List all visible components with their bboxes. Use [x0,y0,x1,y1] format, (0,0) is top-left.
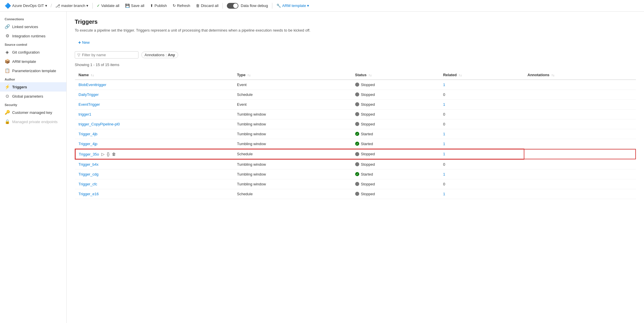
trigger-name-link[interactable]: Trigger_e16 [79,192,99,196]
master-branch-btn[interactable]: ⎇ master branch ▾ [53,2,91,9]
table-row[interactable]: BlobEventtriggerEventStopped1 [75,80,636,90]
sidebar-item-parameterization-template[interactable]: 📋 Parameterization template [0,66,66,75]
arm-template-btn[interactable]: 🔧 ARM template ▾ [274,2,311,9]
azure-icon: 🔷 [5,3,11,9]
status-text: Started [361,132,373,136]
sidebar-item-integration-runtimes[interactable]: ⚙ Integration runtimes [0,31,66,41]
trigger-name-link[interactable]: trigger1 [79,112,91,116]
trigger-related-cell: 0 [439,90,524,99]
trigger-name-link[interactable]: Trigger_35o [79,152,99,156]
status-text: Stopped [361,83,375,87]
trigger-status-cell: ✓Started [352,139,440,149]
table-row[interactable]: DailyTriggerScheduleStopped0 [75,90,636,99]
table-row[interactable]: trigger_CopyPipeline-pl0Tumbling windowS… [75,119,636,129]
branch-chevron-icon: ▾ [86,3,88,8]
related-link[interactable]: 1 [443,152,445,156]
col-type-label: Type [237,73,245,77]
status-started-icon: ✓ [355,132,359,136]
managed-private-endpoints-label: Managed private endpoints [12,120,58,124]
save-all-btn[interactable]: 💾 Save all [123,2,147,9]
trigger-related-cell: 1 [439,80,524,90]
refresh-btn[interactable]: ↻ Refresh [170,2,193,9]
topbar-divider-2 [92,3,93,9]
validate-all-btn[interactable]: ✓ Validate all [94,2,122,9]
trigger-name-link[interactable]: trigger_CopyPipeline-pl0 [79,122,120,126]
col-status[interactable]: Status ↑↓ [352,70,440,80]
related-link[interactable]: 1 [443,132,445,136]
sidebar-item-linked-services[interactable]: 🔗 Linked services [0,22,66,31]
status-stopped-icon [355,122,359,126]
table-row[interactable]: Trigger_cfcTumbling windowStopped0 [75,179,636,189]
trigger-name-cell: Trigger_b4x [75,159,233,169]
save-icon: 💾 [125,3,130,8]
data-flow-debug-toggle[interactable] [227,3,238,9]
table-row[interactable]: Trigger_b4xTumbling windowStopped0 [75,159,636,169]
status-sort-icon: ↑↓ [368,73,372,77]
sidebar-item-global-parameters[interactable]: ⊙ Global parameters [0,92,66,101]
trigger-name-link[interactable]: Trigger_4jp [79,142,97,146]
col-type[interactable]: Type ↑↓ [233,70,352,80]
annotations-sort-icon: ↑↓ [551,73,554,77]
table-row[interactable]: Trigger_cdgTumbling window✓Started1 [75,169,636,179]
status-stopped-icon [355,92,359,96]
table-row[interactable]: trigger1Tumbling windowStopped0 [75,109,636,119]
connections-section-title: Connections [0,15,66,22]
trigger-related-cell: 1 [439,139,524,149]
trigger-type-cell: Tumbling window [233,169,352,179]
triggers-label: Triggers [12,85,27,89]
related-link[interactable]: 1 [443,142,445,146]
page-description: To execute a pipeline set the trigger. T… [75,28,335,33]
table-row[interactable]: Trigger_35o▷{}🗑ScheduleStopped1 [75,149,636,159]
related-link[interactable]: 1 [443,102,445,107]
trigger-status-cell: Stopped [352,80,440,90]
related-link[interactable]: 1 [443,83,445,87]
global-parameters-icon: ⊙ [5,94,10,99]
trigger-related-cell: 1 [439,149,524,159]
delete-trigger-icon[interactable]: 🗑 [112,152,116,156]
related-link[interactable]: 1 [443,172,445,176]
global-parameters-label: Global parameters [12,94,43,98]
trigger-name-link[interactable]: Trigger_b4x [79,162,98,167]
topbar-divider-1: / [51,3,52,8]
publish-btn[interactable]: ⬆ Publish [148,2,169,9]
name-sort-icon: ↑↓ [91,73,94,77]
edit-json-icon[interactable]: {} [107,152,110,156]
col-name[interactable]: Name ↑↓ [75,70,233,80]
type-sort-icon: ↑↓ [247,73,251,77]
trigger-annotations-cell [524,99,636,109]
status-stopped-icon [355,192,359,196]
discard-all-btn[interactable]: 🗑 Discard all [194,2,221,9]
table-row[interactable]: Trigger_4jbTumbling window✓Started1 [75,129,636,139]
trigger-name-cell: EventTrigger [75,99,233,109]
table-row[interactable]: EventTriggerEventStopped1 [75,99,636,109]
filter-by-name-input[interactable] [82,53,136,57]
branch-icon: ⎇ [55,3,60,8]
sidebar-item-git-configuration[interactable]: ◈ Git configuration [0,48,66,57]
status-text: Stopped [361,192,375,196]
trigger-annotations-cell [524,109,636,119]
azure-devops-git-btn[interactable]: 🔷 Azure DevOps GIT ▾ [2,1,50,10]
trigger-name-link[interactable]: Trigger_cfc [79,182,97,186]
sidebar-item-customer-managed-key[interactable]: 🔑 Customer managed key [0,108,66,117]
trigger-name-link[interactable]: EventTrigger [79,102,100,107]
data-flow-debug-label: Data flow debug [241,3,268,8]
trigger-name-link[interactable]: BlobEventtrigger [79,83,106,87]
table-row[interactable]: Trigger_4jpTumbling window✓Started1 [75,139,636,149]
plus-icon: + [78,40,81,45]
col-related[interactable]: Related ↑↓ [439,70,524,80]
trigger-annotations-cell [524,179,636,189]
status-text: Stopped [361,152,375,156]
trigger-name-link[interactable]: Trigger_4jb [79,132,97,136]
new-trigger-button[interactable]: + New [75,39,93,47]
sidebar-item-arm-template[interactable]: 📦 ARM template [0,57,66,66]
sidebar-item-triggers[interactable]: ⚡ Triggers [0,82,66,92]
annotations-filter-pill[interactable]: Annotations : Any [141,52,178,58]
trigger-name-cell: DailyTrigger [75,90,233,99]
col-annotations[interactable]: Annotations ↑↓ [524,70,636,80]
endpoints-icon: 🔒 [5,119,10,124]
trigger-name-link[interactable]: Trigger_cdg [79,172,98,176]
trigger-name-link[interactable]: DailyTrigger [79,92,99,97]
related-link[interactable]: 1 [443,192,445,196]
table-row[interactable]: Trigger_e16ScheduleStopped1 [75,189,636,199]
start-trigger-icon[interactable]: ▷ [101,152,105,156]
